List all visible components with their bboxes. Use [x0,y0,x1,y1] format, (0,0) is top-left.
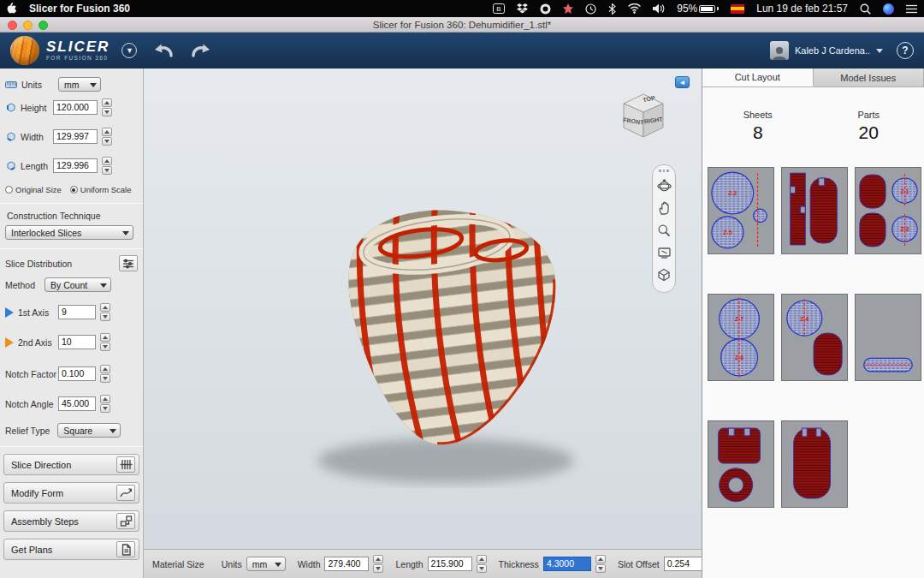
axis1-stepper[interactable] [100,303,110,321]
macos-menu-bar: Slicer for Fusion 360 B 95% [0,0,924,17]
menubar-app-name[interactable]: Slicer for Fusion 360 [29,3,130,15]
zoom-window-button[interactable] [38,21,48,30]
axis2-stepper[interactable] [100,333,110,351]
app-status-icon[interactable]: B [493,3,505,15]
wifi-icon[interactable] [628,3,641,15]
toolbar-handle[interactable] [659,170,669,172]
uniform-scale-radio[interactable]: Uniform Scale [70,185,132,194]
viewport-3d[interactable]: TOP FRONT RIGHT ◄ [144,69,702,578]
uniform-scale-label: Uniform Scale [80,185,132,194]
menubar-clock[interactable]: Lun 19 de feb 21:57 [756,3,848,15]
pan-tool-icon[interactable] [655,200,672,217]
construction-technique-title: Construction Technique [0,211,143,221]
length-label: Length [21,161,49,171]
sheet-thumbnail-3[interactable]: Z-1 Z-3 [855,167,921,254]
axis1-input[interactable]: 9 [58,305,96,319]
units-label: Units [21,80,42,90]
material-length-stepper[interactable] [477,555,487,573]
method-dropdown[interactable]: By Count [44,277,111,292]
navigation-toolbar [652,164,676,293]
original-size-radio[interactable]: Original Size [5,185,62,194]
get-plans-button[interactable]: Get Plans [3,539,139,560]
material-units-group: Units mm [222,557,286,571]
material-thickness-stepper[interactable] [595,555,606,573]
display-settings-icon[interactable] [655,266,672,283]
dropbox-icon[interactable] [517,3,528,15]
notification-app-icon[interactable] [563,3,573,15]
siri-icon[interactable] [883,3,894,15]
sheet-thumbnail-2[interactable] [781,167,848,254]
keyboard-layout-flag-icon[interactable] [731,4,744,14]
scale-options-row: Original Size Uniform Scale [0,185,143,194]
zoom-tool-icon[interactable] [655,222,672,239]
logo-text: SLICER FOR FUSION 360 [46,39,110,62]
method-label: Method [5,280,35,290]
modify-form-button[interactable]: Modify Form [3,482,139,504]
sheet-thumbnail-4[interactable]: Z-7 Z-8 [708,294,774,381]
axis2-input[interactable]: 10 [58,335,96,349]
sheet-thumbnail-8[interactable] [781,420,848,508]
slice-direction-button[interactable]: Slice Direction [3,454,139,475]
sheet-thumbnail-6[interactable] [855,294,921,381]
minimize-window-button[interactable] [23,21,33,30]
sheet-thumbnail-1[interactable]: Z-2 Z-5 [708,167,774,254]
help-button[interactable]: ? [897,42,914,59]
logo-title: SLICER [46,39,110,54]
notch-factor-input[interactable]: 0.100 [58,366,96,381]
relief-type-dropdown[interactable]: Square [57,423,121,438]
height-stepper[interactable] [102,98,112,116]
height-input[interactable]: 120.000 [53,100,98,115]
slot-offset-input[interactable]: 0.254 [664,557,702,571]
tab-model-issues[interactable]: Model Issues [814,69,924,86]
fit-view-icon[interactable] [655,244,672,261]
collapse-panel-button[interactable]: ◄ [675,76,690,88]
sheet-thumbnail-5[interactable]: Z-4 [781,294,848,381]
modify-form-label: Modify Form [11,488,63,498]
axis1-row: 1st Axis 9 [0,303,143,321]
model-shadow [317,438,574,483]
units-dropdown[interactable]: mm [58,77,101,92]
material-units-value: mm [252,559,268,569]
material-units-dropdown[interactable]: mm [246,557,286,571]
parts-label: Parts [814,110,924,120]
width-input[interactable]: 129.997 [53,129,98,144]
length-stepper[interactable] [102,157,112,175]
assembly-steps-button[interactable]: Assembly Steps [3,510,139,532]
redo-button[interactable] [190,43,212,58]
material-thickness-input[interactable]: 4.3000 [543,557,591,571]
material-width-input[interactable]: 279.400 [324,557,369,571]
app-menu-chevron[interactable]: ▼ [121,43,137,58]
width-row: Width 129.997 [0,128,143,146]
undo-button[interactable] [152,43,175,58]
tab-cut-layout[interactable]: Cut Layout [702,69,814,86]
notch-angle-input[interactable]: 45.000 [58,396,96,411]
construction-technique-dropdown[interactable]: Interlocked Slices [5,225,133,240]
units-row: Units mm [0,77,143,92]
apple-menu-icon[interactable] [7,3,17,15]
bluetooth-icon[interactable] [608,3,616,15]
material-width-stepper[interactable] [373,555,383,573]
cloud-app-icon[interactable] [540,3,551,15]
assembly-steps-label: Assembly Steps [11,516,79,527]
logo-subtitle: FOR FUSION 360 [46,56,110,62]
volume-icon[interactable] [653,3,665,15]
sheet-thumbnail-7[interactable] [708,420,774,508]
notch-factor-stepper[interactable] [100,365,110,383]
material-length-input[interactable]: 215.900 [428,557,472,571]
get-plans-label: Get Plans [11,545,52,555]
part-label: Z-3 [900,226,909,232]
close-window-button[interactable] [8,21,17,30]
get-plans-icon [116,541,135,557]
user-menu[interactable]: Kaleb J Cardena.. [770,41,883,60]
time-machine-icon[interactable] [585,3,596,15]
width-dimension-icon [5,131,16,142]
width-stepper[interactable] [102,128,112,146]
length-input[interactable]: 129.996 [53,158,98,173]
spotlight-search-icon[interactable] [860,3,871,15]
orbit-tool-icon[interactable] [655,177,672,194]
view-cube[interactable]: TOP FRONT RIGHT [613,84,674,146]
battery-indicator[interactable]: 95% [677,3,719,15]
distribution-settings-button[interactable] [119,255,138,271]
notch-angle-stepper[interactable] [100,395,110,413]
notification-center-icon[interactable] [906,3,917,15]
